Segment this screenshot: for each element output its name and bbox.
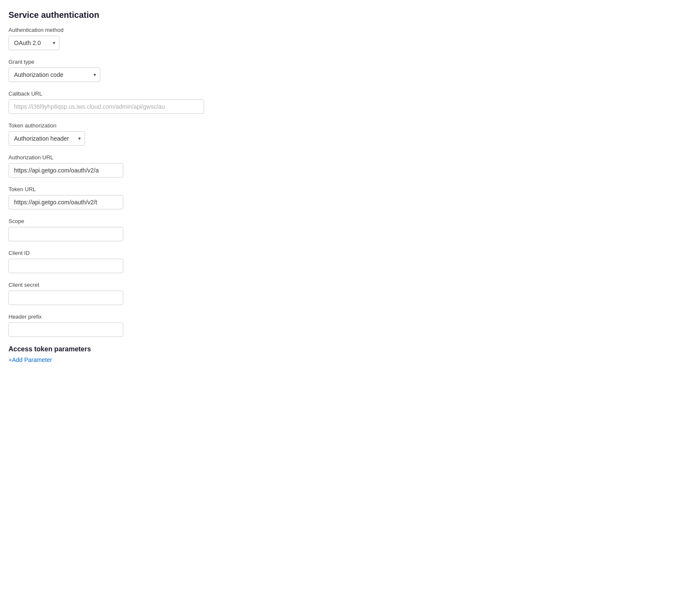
token-auth-label: Token authorization: [9, 122, 667, 129]
auth-method-group: Authentication method OAuth 2.0 API Key …: [9, 27, 667, 50]
auth-method-select[interactable]: OAuth 2.0 API Key Basic Auth None: [9, 36, 60, 50]
header-prefix-label: Header prefix: [9, 314, 667, 320]
token-url-group: Token URL: [9, 186, 667, 209]
header-prefix-group: Header prefix: [9, 314, 667, 337]
client-id-group: Client ID: [9, 250, 667, 273]
add-parameter-button[interactable]: +Add Parameter: [9, 356, 52, 363]
grant-type-select[interactable]: Authorization code Client credentials Im…: [9, 68, 100, 82]
client-secret-input[interactable]: [9, 291, 123, 305]
header-prefix-input[interactable]: [9, 322, 123, 337]
scope-input[interactable]: [9, 227, 123, 241]
client-id-input[interactable]: [9, 259, 123, 273]
callback-url-group: Callback URL: [9, 90, 667, 114]
grant-type-select-wrapper: Authorization code Client credentials Im…: [9, 68, 100, 82]
callback-url-label: Callback URL: [9, 90, 667, 97]
token-auth-select[interactable]: Authorization header Request body: [9, 131, 85, 146]
access-token-params-group: Access token parameters +Add Parameter: [9, 345, 667, 363]
token-url-input[interactable]: [9, 195, 123, 209]
scope-label: Scope: [9, 218, 667, 224]
token-url-label: Token URL: [9, 186, 667, 192]
auth-method-select-wrapper: OAuth 2.0 API Key Basic Auth None ▾: [9, 36, 60, 50]
client-secret-group: Client secret: [9, 282, 667, 305]
token-auth-group: Token authorization Authorization header…: [9, 122, 667, 146]
authorization-url-input[interactable]: [9, 163, 123, 178]
scope-group: Scope: [9, 218, 667, 241]
page-title: Service authentication: [9, 10, 667, 20]
authorization-url-label: Authorization URL: [9, 154, 667, 161]
grant-type-group: Grant type Authorization code Client cre…: [9, 59, 667, 82]
client-id-label: Client ID: [9, 250, 667, 256]
authorization-url-group: Authorization URL: [9, 154, 667, 178]
access-token-params-title: Access token parameters: [9, 345, 667, 353]
auth-method-label: Authentication method: [9, 27, 667, 33]
callback-url-input[interactable]: [9, 99, 204, 114]
token-auth-select-wrapper: Authorization header Request body ▾: [9, 131, 85, 146]
client-secret-label: Client secret: [9, 282, 667, 288]
grant-type-label: Grant type: [9, 59, 667, 65]
